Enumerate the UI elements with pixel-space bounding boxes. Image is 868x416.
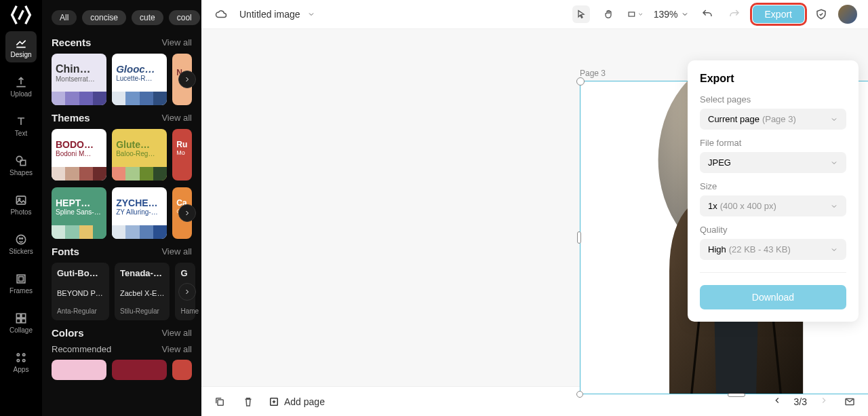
select-pages-label: Select pages [700, 94, 846, 105]
theme-card[interactable]: Glute…Baloo-Reg… [112, 129, 167, 181]
svg-point-4 [16, 235, 25, 244]
delete-page-icon[interactable] [239, 393, 257, 411]
export-panel: Export Select pages Current page(Page 3)… [688, 60, 859, 322]
nav-text[interactable]: Text [5, 110, 37, 141]
svg-point-16 [23, 359, 25, 361]
chevron-down-icon [830, 159, 838, 167]
row-next-icon[interactable] [178, 283, 196, 301]
resize-icon[interactable] [627, 5, 644, 23]
nav-design[interactable]: Design [5, 31, 37, 62]
redo-icon[interactable] [726, 5, 743, 23]
app-logo[interactable] [7, 7, 35, 23]
fonts-title: Fonts [52, 246, 79, 257]
themes-row-1: BODO…Bodoni M… Glute…Baloo-Reg… RuMo [52, 129, 192, 181]
recent-card[interactable]: Chin…Montserrat… [52, 54, 106, 105]
nav-photos[interactable]: Photos [5, 189, 37, 220]
chip-all[interactable]: All [52, 10, 77, 25]
svg-point-6 [22, 238, 23, 239]
add-page-button[interactable]: Add page [268, 396, 325, 408]
select-pages-dropdown[interactable]: Current page(Page 3) [700, 109, 846, 130]
svg-rect-2 [16, 196, 25, 204]
svg-point-5 [20, 238, 21, 239]
recents-view-all[interactable]: View all [161, 37, 192, 48]
slideshow-icon[interactable] [841, 393, 859, 411]
svg-point-0 [16, 156, 22, 162]
nav-label: Collage [9, 326, 33, 334]
svg-rect-9 [16, 314, 20, 318]
chip-cute[interactable]: cute [132, 10, 163, 25]
next-page-icon[interactable] [816, 393, 831, 411]
nav-apps[interactable]: Apps [5, 346, 37, 377]
recent-card[interactable]: Glooc…Lucette-R… [112, 54, 167, 105]
chevron-down-icon [830, 246, 838, 254]
export-title: Export [700, 73, 846, 85]
recents-row: Chin…Montserrat… Glooc…Lucette-R… N [52, 54, 192, 105]
quality-dropdown[interactable]: High(22 KB - 43 KB) [700, 239, 846, 260]
zoom-control[interactable]: 139% [654, 9, 689, 20]
quality-label: Quality [700, 225, 846, 235]
size-label: Size [700, 181, 846, 191]
font-card[interactable]: Tenada-… Zacbel X-E… Stilu-Regular [115, 263, 170, 320]
nav-stickers[interactable]: Stickers [5, 228, 37, 259]
font-card[interactable]: Guti-Bo… BEYOND PRO… Anta-Regular [52, 263, 109, 320]
fonts-view-all[interactable]: View all [161, 246, 192, 257]
topbar: Untitled image 139% [201, 0, 868, 29]
recents-title: Recents [52, 37, 91, 48]
page-indicator: 3/3 [794, 396, 807, 407]
nav-label: Frames [9, 287, 33, 295]
export-button[interactable]: Export [753, 5, 804, 23]
color-card[interactable] [52, 360, 106, 380]
themes-title: Themes [52, 112, 90, 124]
svg-rect-8 [19, 276, 24, 281]
row-next-icon[interactable] [178, 71, 196, 88]
svg-rect-27 [218, 400, 223, 405]
nav-collage[interactable]: Collage [5, 307, 37, 338]
canvas-area[interactable]: Page 3 [201, 29, 868, 386]
row-next-icon[interactable] [178, 204, 196, 222]
color-card[interactable] [112, 360, 167, 380]
shield-icon[interactable] [812, 5, 830, 23]
page-label: Page 3 [580, 69, 606, 78]
chevron-down-icon [681, 10, 689, 18]
themes-view-all[interactable]: View all [161, 113, 192, 123]
chevron-down-icon [830, 202, 838, 210]
nav-label: Text [15, 130, 27, 137]
chevron-down-icon [830, 115, 838, 124]
format-dropdown[interactable]: JPEG [700, 152, 846, 173]
title-wrap[interactable]: Untitled image [239, 9, 315, 20]
theme-card[interactable]: RuMo [172, 129, 192, 181]
color-card[interactable] [172, 360, 192, 380]
nav-label: Shapes [9, 169, 33, 176]
nav-label: Photos [10, 208, 31, 216]
left-nav: Design Upload Text Shapes Photos Sticker… [0, 0, 42, 416]
main-area: Untitled image 139% [201, 0, 868, 416]
svg-point-14 [23, 354, 25, 356]
recommended-label: Recommended [52, 344, 111, 354]
recommended-view-all[interactable]: View all [161, 344, 192, 354]
nav-label: Upload [10, 90, 32, 98]
size-dropdown[interactable]: 1x(400 x 400 px) [700, 195, 846, 216]
chip-cool[interactable]: cool [169, 10, 200, 25]
cursor-tool-icon[interactable] [572, 5, 590, 23]
nav-shapes[interactable]: Shapes [5, 149, 37, 181]
chip-concise[interactable]: concise [82, 10, 126, 25]
colors-view-all[interactable]: View all [161, 328, 192, 338]
theme-card[interactable]: BODO…Bodoni M… [52, 129, 106, 181]
nav-label: Apps [14, 366, 29, 373]
download-button[interactable]: Download [700, 285, 846, 309]
svg-rect-11 [16, 318, 20, 322]
hand-tool-icon[interactable] [599, 5, 617, 23]
theme-card[interactable]: ZYCHE…ZY Alluring-… [112, 187, 167, 239]
themes-row-2: HEPT…Spline Sans-… ZYCHE…ZY Alluring-… C… [52, 187, 192, 239]
cloud-icon[interactable] [212, 5, 230, 23]
colors-row [52, 360, 192, 380]
theme-card[interactable]: HEPT…Spline Sans-… [52, 187, 106, 239]
svg-rect-12 [22, 318, 26, 322]
nav-upload[interactable]: Upload [5, 71, 37, 102]
avatar[interactable] [838, 5, 857, 24]
prev-page-icon[interactable] [770, 393, 785, 411]
duplicate-page-icon[interactable] [211, 393, 229, 411]
nav-frames[interactable]: Frames [5, 267, 37, 299]
format-label: File format [700, 138, 846, 148]
undo-icon[interactable] [698, 5, 716, 23]
